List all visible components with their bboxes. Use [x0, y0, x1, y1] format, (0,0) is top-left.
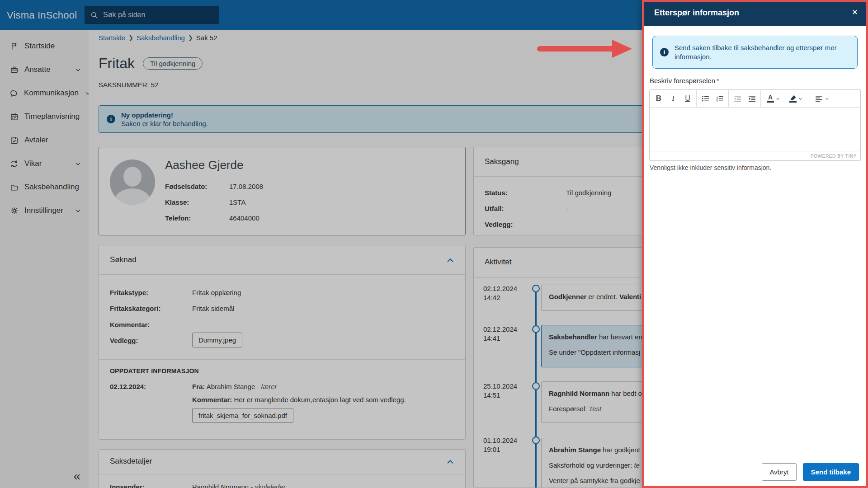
italic-button[interactable]: I — [666, 92, 680, 105]
close-icon[interactable]: ✕ — [850, 7, 860, 18]
drawer-info-box: i Send saken tilbake til saksbehandler o… — [652, 36, 858, 69]
drawer-title: Etterspør informasjon — [654, 0, 739, 26]
sensitive-info-hint: Vennligst ikke inkluder sensitiv informa… — [650, 164, 771, 171]
cancel-button[interactable]: Avbryt — [762, 463, 796, 481]
editor-statusbar: POWERED BY TINY — [650, 151, 860, 160]
underline-button[interactable]: U — [680, 92, 695, 105]
align-button[interactable] — [811, 92, 833, 105]
align-left-icon — [815, 94, 823, 103]
tiny-branding: POWERED BY TINY — [811, 154, 857, 159]
annotation-outline — [642, 0, 868, 488]
required-asterisk: * — [717, 77, 719, 84]
editor-field-label: Beskriv forespørselen* — [650, 77, 719, 84]
numbered-list-button[interactable]: 123 — [712, 92, 727, 105]
chevron-down-icon — [825, 96, 830, 101]
drawer-info-text: Send saken tilbake til saksbehandler og … — [675, 43, 850, 61]
etterspor-informasjon-panel: Etterspør informasjon ✕ i Send saken til… — [642, 0, 868, 488]
info-icon: i — [660, 48, 669, 56]
bold-button[interactable]: B — [651, 92, 666, 105]
editor-content[interactable] — [650, 107, 860, 151]
svg-text:3: 3 — [716, 100, 718, 103]
annotation-arrow — [537, 46, 615, 52]
annotation-arrow-head — [612, 40, 632, 58]
chevron-down-icon — [798, 96, 803, 101]
outdent-button[interactable] — [730, 92, 745, 105]
chevron-down-icon — [775, 96, 780, 101]
drawer-header: Etterspør informasjon ✕ — [642, 0, 868, 26]
highlight-color-button[interactable] — [785, 92, 807, 105]
submit-button[interactable]: Send tilbake — [803, 463, 859, 481]
indent-button[interactable] — [745, 92, 759, 105]
rich-text-editor: B I U 123 A — [649, 89, 861, 161]
text-color-button[interactable]: A — [762, 92, 785, 105]
editor-toolbar: B I U 123 A — [650, 90, 860, 107]
bullet-list-button[interactable] — [698, 92, 712, 105]
highlighter-icon — [790, 95, 797, 100]
